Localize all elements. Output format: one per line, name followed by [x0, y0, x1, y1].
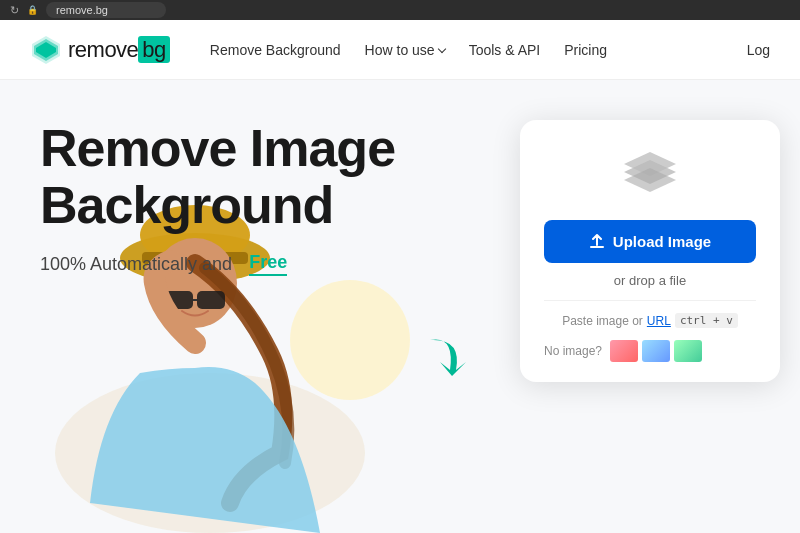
- nav-remove-background[interactable]: Remove Background: [210, 42, 341, 58]
- sample-thumb-3[interactable]: [674, 340, 702, 362]
- upload-icon: [589, 234, 605, 250]
- url-link[interactable]: URL: [647, 314, 671, 328]
- sample-thumbnails: [610, 340, 702, 362]
- lock-icon: 🔒: [27, 5, 38, 15]
- hero-section: Remove Image Background 100% Automatical…: [0, 80, 800, 533]
- upload-image-button[interactable]: Upload Image: [544, 220, 756, 263]
- paste-row: Paste image or URL ctrl + v: [544, 300, 756, 328]
- nav-tools-api[interactable]: Tools & API: [469, 42, 541, 58]
- upload-card-icon: [544, 150, 756, 200]
- no-image-row: No image?: [544, 340, 756, 362]
- reload-icon[interactable]: ↻: [10, 4, 19, 17]
- logo-icon: [30, 34, 62, 66]
- nav-how-to-use[interactable]: How to use: [365, 42, 445, 58]
- sample-thumb-1[interactable]: [610, 340, 638, 362]
- logo[interactable]: removebg: [30, 34, 170, 66]
- no-image-label: No image?: [544, 344, 602, 358]
- or-drop-label: or drop a file: [544, 273, 756, 288]
- layers-icon: [622, 150, 678, 200]
- navbar: removebg Remove Background How to use To…: [0, 20, 800, 80]
- browser-chrome: ↻ 🔒 remove.bg: [0, 0, 800, 20]
- sample-thumb-2[interactable]: [642, 340, 670, 362]
- url-bar[interactable]: remove.bg: [46, 2, 166, 18]
- paste-label: Paste image or: [562, 314, 643, 328]
- logo-text: removebg: [68, 37, 170, 63]
- arrow-icon: [420, 320, 490, 394]
- keyboard-shortcut: ctrl + v: [675, 313, 738, 328]
- how-to-use-chevron-icon: [437, 44, 445, 52]
- nav-links: Remove Background How to use Tools & API…: [210, 42, 717, 58]
- upload-card: Upload Image or drop a file Paste image …: [520, 120, 780, 382]
- nav-right: Log: [747, 42, 770, 58]
- nav-pricing[interactable]: Pricing: [564, 42, 607, 58]
- nav-login[interactable]: Log: [747, 42, 770, 58]
